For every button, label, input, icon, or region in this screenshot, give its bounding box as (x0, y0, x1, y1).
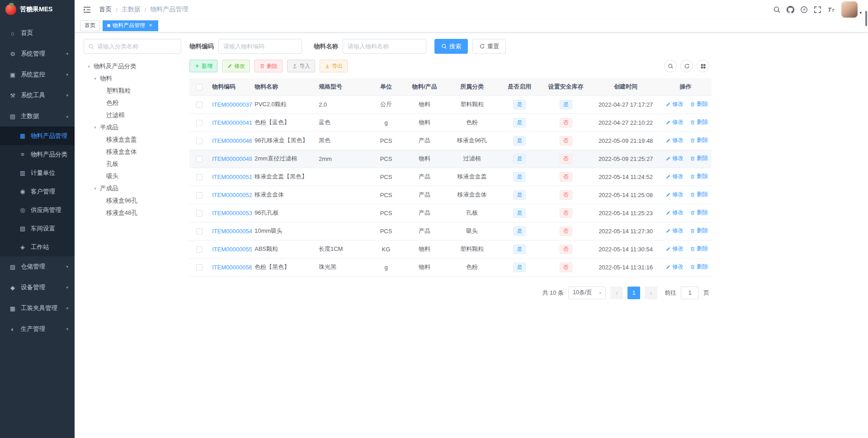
delete-link[interactable]: 删除 (690, 137, 708, 144)
edit-link[interactable]: 修改 (665, 245, 684, 253)
sidebar-subitem-measure-unit[interactable]: ▥计量单位 (0, 164, 75, 182)
page-1-button[interactable]: 1 (627, 287, 640, 299)
search-button[interactable]: 搜索 (434, 39, 468, 54)
delete-link[interactable]: 删除 (690, 209, 708, 217)
import-button[interactable]: 导入 (287, 60, 315, 72)
row-checkbox[interactable] (196, 174, 203, 180)
sidebar-item-equipment[interactable]: ◆设备管理▾ (0, 277, 75, 298)
category-search-input[interactable] (97, 43, 177, 50)
fullscreen-icon[interactable] (811, 3, 824, 16)
tree-node[interactable]: ▾产成品 (84, 182, 181, 194)
row-checkbox[interactable] (196, 210, 203, 217)
delete-link[interactable]: 删除 (690, 118, 708, 126)
delete-button[interactable]: 删除 (255, 60, 283, 72)
reset-button[interactable]: 重置 (472, 39, 506, 54)
delete-link[interactable]: 删除 (690, 155, 708, 162)
row-checkbox[interactable] (196, 192, 203, 198)
tree-node[interactable]: 过滤棉 (84, 109, 181, 121)
row-checkbox[interactable] (196, 228, 203, 235)
delete-link[interactable]: 删除 (690, 100, 708, 108)
scrollbar-thumb[interactable] (865, 11, 867, 26)
sidebar-item-tool[interactable]: ⚒系统工具▾ (0, 85, 75, 106)
sidebar-subitem-material-category[interactable]: ≡物料产品分类 (0, 145, 75, 164)
app-logo[interactable]: 苦糖果MES (0, 0, 75, 19)
sidebar-subitem-workshop[interactable]: ▧车间设置 (0, 219, 75, 238)
edit-link[interactable]: 修改 (665, 191, 684, 198)
tree-node[interactable]: 移液盒盒体 (84, 146, 181, 158)
material-name-input[interactable] (343, 39, 426, 54)
sidebar-item-masterdata[interactable]: ▤主数据▴ (0, 106, 75, 127)
delete-link[interactable]: 删除 (690, 227, 708, 235)
header-search-icon[interactable] (770, 3, 783, 16)
row-checkbox[interactable] (196, 120, 203, 126)
delete-link[interactable]: 删除 (690, 191, 708, 198)
user-menu-caret-icon[interactable]: ▾ (859, 10, 862, 15)
tree-node[interactable]: ▾半成品 (84, 121, 181, 133)
github-icon[interactable] (783, 3, 797, 16)
tree-node[interactable]: ▾物料及产品分类 (84, 60, 181, 72)
edit-link[interactable]: 修改 (665, 118, 684, 126)
prev-page-button[interactable]: ‹ (610, 287, 623, 299)
columns-setting-button[interactable] (697, 60, 709, 72)
material-code-link[interactable]: ITEM00000052 (212, 192, 252, 198)
page-size-select[interactable]: 10条/页 ▾ (568, 287, 606, 299)
select-all-checkbox[interactable] (196, 84, 203, 90)
row-checkbox[interactable] (196, 264, 203, 271)
row-checkbox[interactable] (196, 102, 203, 108)
tree-node[interactable]: 移液盒盒盖 (84, 133, 181, 146)
tab[interactable]: 首页 (80, 20, 100, 31)
tree-node[interactable]: 移液盒48孔 (84, 207, 181, 219)
tree-node[interactable]: 移液盒96孔 (84, 194, 181, 207)
row-checkbox[interactable] (196, 156, 203, 162)
sidebar-item-production[interactable]: ◐生产管理▾ (0, 319, 75, 339)
material-code-link[interactable]: ITEM00000053 (212, 210, 252, 217)
row-checkbox[interactable] (196, 246, 203, 253)
sidebar-toggle-icon[interactable] (81, 4, 93, 15)
material-code-link[interactable]: ITEM00000046 (212, 137, 252, 144)
avatar[interactable] (841, 1, 858, 18)
sidebar-subitem-supplier[interactable]: ◎供应商管理 (0, 201, 75, 219)
edit-link[interactable]: 修改 (665, 209, 684, 217)
sidebar-subitem-customer[interactable]: ◉客户管理 (0, 182, 75, 201)
toggle-search-button[interactable] (664, 60, 677, 72)
sidebar-item-warehouse[interactable]: ▨仓储管理▾ (0, 256, 75, 277)
delete-link[interactable]: 删除 (690, 245, 708, 253)
next-page-button[interactable]: › (645, 287, 657, 299)
material-code-link[interactable]: ITEM00000037 (212, 101, 252, 108)
font-size-icon[interactable]: TT (824, 3, 838, 16)
delete-link[interactable]: 删除 (690, 263, 708, 271)
tree-node[interactable]: 孔板 (84, 158, 181, 170)
row-checkbox[interactable] (196, 138, 203, 144)
sidebar-subitem-material-mgmt[interactable]: ▦物料产品管理 (0, 127, 75, 145)
sidebar-subitem-workstation[interactable]: ◈工作站 (0, 238, 75, 256)
breadcrumb-item[interactable]: 首页 (99, 5, 112, 14)
tree-node[interactable]: 色粉 (84, 97, 181, 109)
add-button[interactable]: 新增 (189, 60, 217, 72)
sidebar-item-fixture[interactable]: ▩工装夹具管理▾ (0, 298, 75, 319)
edit-link[interactable]: 修改 (665, 100, 684, 108)
material-code-input[interactable] (218, 39, 302, 54)
tab-active[interactable]: 物料产品管理× (103, 20, 158, 31)
tab-close-icon[interactable]: × (147, 23, 154, 29)
material-code-link[interactable]: ITEM00000056 (212, 264, 252, 271)
sidebar-item-home[interactable]: ⌂首页 (0, 23, 75, 43)
edit-button[interactable]: 修改 (222, 60, 250, 72)
tree-node[interactable]: ▾物料 (84, 72, 181, 85)
sidebar-item-system[interactable]: ⚙系统管理▾ (0, 43, 75, 64)
goto-page-input[interactable] (681, 287, 699, 299)
refresh-table-button[interactable] (680, 60, 693, 72)
material-code-link[interactable]: ITEM00000049 (212, 155, 252, 162)
edit-link[interactable]: 修改 (665, 137, 684, 144)
material-code-link[interactable]: ITEM00000055 (212, 246, 252, 253)
material-code-link[interactable]: ITEM00000054 (212, 228, 252, 235)
help-icon[interactable]: ? (797, 3, 811, 16)
sidebar-item-monitor[interactable]: ▣系统监控▾ (0, 64, 75, 85)
edit-link[interactable]: 修改 (665, 155, 684, 162)
edit-link[interactable]: 修改 (665, 263, 684, 271)
edit-link[interactable]: 修改 (665, 227, 684, 235)
edit-link[interactable]: 修改 (665, 173, 684, 180)
delete-link[interactable]: 删除 (690, 173, 708, 180)
export-button[interactable]: 导出 (320, 60, 348, 72)
material-code-link[interactable]: ITEM00000041 (212, 119, 252, 126)
tree-node[interactable]: 吸头 (84, 170, 181, 182)
